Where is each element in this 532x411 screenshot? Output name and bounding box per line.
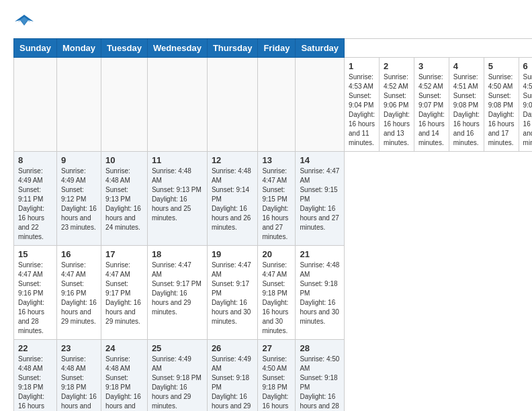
day-info: Sunrise: 4:47 AMSunset: 9:16 PMDaylight:… <box>61 261 97 326</box>
calendar-table: SundayMondayTuesdayWednesdayThursdayFrid… <box>13 38 532 411</box>
day-number: 26 <box>212 343 254 353</box>
day-info: Sunrise: 4:47 AMSunset: 9:15 PMDaylight:… <box>262 167 291 242</box>
calendar-day-cell: 28Sunrise: 4:50 AMSunset: 9:18 PMDayligh… <box>296 340 345 412</box>
day-number: 19 <box>212 249 254 259</box>
day-number: 8 <box>18 155 52 165</box>
day-number: 4 <box>453 61 480 71</box>
calendar-day-cell: 21Sunrise: 4:48 AMSunset: 9:18 PMDayligh… <box>296 246 345 340</box>
day-number: 6 <box>523 61 532 71</box>
calendar-day-cell <box>14 58 57 152</box>
day-number: 3 <box>418 61 445 71</box>
day-info: Sunrise: 4:48 AMSunset: 9:18 PMDaylight:… <box>300 261 340 326</box>
day-number: 20 <box>262 249 291 259</box>
day-number: 18 <box>152 249 203 259</box>
day-number: 28 <box>300 343 340 353</box>
calendar-day-cell <box>296 58 345 152</box>
calendar-day-cell: 23Sunrise: 4:48 AMSunset: 9:18 PMDayligh… <box>56 340 101 412</box>
day-number: 16 <box>61 249 97 259</box>
calendar-day-cell <box>56 58 101 152</box>
day-number: 1 <box>349 61 375 71</box>
day-info: Sunrise: 4:52 AMSunset: 9:06 PMDaylight:… <box>384 73 410 148</box>
day-number: 25 <box>152 343 203 353</box>
calendar-week-row: 15Sunrise: 4:47 AMSunset: 9:16 PMDayligh… <box>14 246 533 340</box>
calendar-day-cell: 11Sunrise: 4:48 AMSunset: 9:13 PMDayligh… <box>147 152 207 246</box>
logo-text <box>13 13 34 32</box>
day-info: Sunrise: 4:47 AMSunset: 9:16 PMDaylight:… <box>18 261 52 336</box>
logo-bird-icon <box>15 13 34 28</box>
weekday-header: Monday <box>56 39 101 58</box>
calendar-day-cell <box>147 58 207 152</box>
day-info: Sunrise: 4:48 AMSunset: 9:18 PMDaylight:… <box>105 355 143 411</box>
day-number: 24 <box>105 343 143 353</box>
day-info: Sunrise: 4:48 AMSunset: 9:18 PMDaylight:… <box>61 355 97 411</box>
day-info: Sunrise: 4:47 AMSunset: 9:18 PMDaylight:… <box>262 261 291 336</box>
calendar-week-row: 22Sunrise: 4:48 AMSunset: 9:18 PMDayligh… <box>14 340 533 412</box>
calendar-week-row: 8Sunrise: 4:49 AMSunset: 9:11 PMDaylight… <box>14 152 533 246</box>
day-number: 2 <box>384 61 410 71</box>
calendar-day-cell: 15Sunrise: 4:47 AMSunset: 9:16 PMDayligh… <box>14 246 57 340</box>
day-info: Sunrise: 4:47 AMSunset: 9:17 PMDaylight:… <box>212 261 254 326</box>
calendar-day-cell <box>258 58 296 152</box>
day-info: Sunrise: 4:50 AMSunset: 9:08 PMDaylight:… <box>488 73 515 148</box>
day-info: Sunrise: 4:49 AMSunset: 9:18 PMDaylight:… <box>152 355 203 411</box>
calendar-day-cell: 17Sunrise: 4:47 AMSunset: 9:17 PMDayligh… <box>101 246 148 340</box>
day-info: Sunrise: 4:47 AMSunset: 9:17 PMDaylight:… <box>105 261 143 326</box>
calendar-day-cell: 13Sunrise: 4:47 AMSunset: 9:15 PMDayligh… <box>258 152 296 246</box>
day-number: 12 <box>212 155 254 165</box>
weekday-header: Friday <box>258 39 296 58</box>
day-number: 5 <box>488 61 515 71</box>
day-info: Sunrise: 4:47 AMSunset: 9:15 PMDaylight:… <box>300 167 340 232</box>
day-number: 10 <box>105 155 143 165</box>
day-info: Sunrise: 4:48 AMSunset: 9:13 PMDaylight:… <box>105 167 143 232</box>
day-info: Sunrise: 4:51 AMSunset: 9:08 PMDaylight:… <box>453 73 480 148</box>
calendar-day-cell: 14Sunrise: 4:47 AMSunset: 9:15 PMDayligh… <box>296 152 345 246</box>
day-info: Sunrise: 4:48 AMSunset: 9:18 PMDaylight:… <box>18 355 52 411</box>
calendar-day-cell: 24Sunrise: 4:48 AMSunset: 9:18 PMDayligh… <box>101 340 148 412</box>
weekday-header: Wednesday <box>147 39 207 58</box>
day-info: Sunrise: 4:50 AMSunset: 9:18 PMDaylight:… <box>262 355 291 411</box>
calendar-day-cell: 20Sunrise: 4:47 AMSunset: 9:18 PMDayligh… <box>258 246 296 340</box>
calendar-day-cell <box>101 58 148 152</box>
calendar-day-cell: 25Sunrise: 4:49 AMSunset: 9:18 PMDayligh… <box>147 340 207 412</box>
svg-marker-1 <box>17 17 31 25</box>
day-number: 15 <box>18 249 52 259</box>
weekday-header: Saturday <box>296 39 345 58</box>
calendar-day-cell: 16Sunrise: 4:47 AMSunset: 9:16 PMDayligh… <box>56 246 101 340</box>
calendar-day-cell: 26Sunrise: 4:49 AMSunset: 9:18 PMDayligh… <box>207 340 258 412</box>
weekday-header: Tuesday <box>101 39 148 58</box>
day-number: 22 <box>18 343 52 353</box>
calendar-day-cell: 22Sunrise: 4:48 AMSunset: 9:18 PMDayligh… <box>14 340 57 412</box>
day-number: 14 <box>300 155 340 165</box>
calendar-day-cell: 5Sunrise: 4:50 AMSunset: 9:08 PMDaylight… <box>484 58 519 152</box>
day-info: Sunrise: 4:52 AMSunset: 9:07 PMDaylight:… <box>418 73 445 148</box>
day-number: 27 <box>262 343 291 353</box>
weekday-header: Thursday <box>207 39 258 58</box>
day-number: 21 <box>300 249 340 259</box>
calendar-day-cell: 19Sunrise: 4:47 AMSunset: 9:17 PMDayligh… <box>207 246 258 340</box>
calendar-day-cell: 9Sunrise: 4:49 AMSunset: 9:12 PMDaylight… <box>56 152 101 246</box>
weekday-header-row: SundayMondayTuesdayWednesdayThursdayFrid… <box>14 39 533 58</box>
calendar-day-cell: 1Sunrise: 4:53 AMSunset: 9:04 PMDaylight… <box>345 58 380 152</box>
day-info: Sunrise: 4:49 AMSunset: 9:11 PMDaylight:… <box>18 167 52 242</box>
page-header <box>13 13 519 32</box>
day-info: Sunrise: 4:50 AMSunset: 9:09 PMDaylight:… <box>523 73 532 148</box>
day-info: Sunrise: 4:50 AMSunset: 9:18 PMDaylight:… <box>300 355 340 411</box>
calendar-day-cell: 10Sunrise: 4:48 AMSunset: 9:13 PMDayligh… <box>101 152 148 246</box>
calendar-day-cell: 18Sunrise: 4:47 AMSunset: 9:17 PMDayligh… <box>147 246 207 340</box>
weekday-header: Sunday <box>14 39 57 58</box>
day-number: 13 <box>262 155 291 165</box>
day-number: 11 <box>152 155 203 165</box>
calendar-day-cell: 27Sunrise: 4:50 AMSunset: 9:18 PMDayligh… <box>258 340 296 412</box>
day-info: Sunrise: 4:48 AMSunset: 9:13 PMDaylight:… <box>152 167 203 223</box>
calendar-week-row: 1Sunrise: 4:53 AMSunset: 9:04 PMDaylight… <box>14 58 533 152</box>
calendar-day-cell: 8Sunrise: 4:49 AMSunset: 9:11 PMDaylight… <box>14 152 57 246</box>
calendar-day-cell: 12Sunrise: 4:48 AMSunset: 9:14 PMDayligh… <box>207 152 258 246</box>
day-number: 23 <box>61 343 97 353</box>
day-number: 17 <box>105 249 143 259</box>
logo <box>13 13 34 32</box>
calendar-day-cell: 6Sunrise: 4:50 AMSunset: 9:09 PMDaylight… <box>519 58 532 152</box>
calendar-day-cell <box>207 58 258 152</box>
calendar-day-cell: 2Sunrise: 4:52 AMSunset: 9:06 PMDaylight… <box>379 58 414 152</box>
calendar-day-cell: 3Sunrise: 4:52 AMSunset: 9:07 PMDaylight… <box>414 58 449 152</box>
day-info: Sunrise: 4:49 AMSunset: 9:12 PMDaylight:… <box>61 167 97 232</box>
